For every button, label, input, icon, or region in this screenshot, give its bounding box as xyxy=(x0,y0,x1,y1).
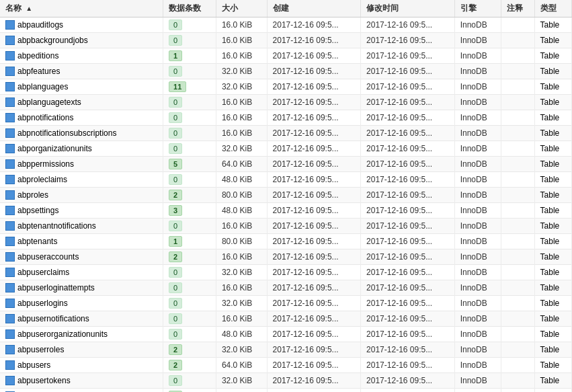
cell-rows: 0 xyxy=(163,327,216,342)
table-name: abpbackgroundjobs xyxy=(17,36,88,45)
table-row[interactable]: abpuserroles232.0 KiB2017-12-16 09:5...2… xyxy=(0,342,572,358)
table-row[interactable]: abporganizationunits032.0 KiB2017-12-16 … xyxy=(0,141,572,157)
cell-name: abpnotificationsubscriptions xyxy=(0,126,163,141)
table-row[interactable]: abproles280.0 KiB2017-12-16 09:5...2017-… xyxy=(0,188,572,203)
table-icon xyxy=(5,252,15,262)
cell-name: abpusernotifications xyxy=(0,311,163,327)
table-icon xyxy=(5,206,15,215)
table-row[interactable]: abpbackgroundjobs016.0 KiB2017-12-16 09:… xyxy=(0,33,572,48)
table-row[interactable]: abpuserloginattempts016.0 KiB2017-12-16 … xyxy=(0,280,572,296)
cell-name: abpbackgroundjobs xyxy=(0,33,163,48)
col-rows[interactable]: 数据条数 xyxy=(163,0,216,17)
table-row[interactable]: abpnotifications016.0 KiB2017-12-16 09:5… xyxy=(0,110,572,126)
table-row[interactable]: abpauditlogs016.0 KiB2017-12-16 09:5...2… xyxy=(0,17,572,33)
cell-rows: 2 xyxy=(163,249,216,265)
table-row[interactable]: abpuserorganizationunits048.0 KiB2017-12… xyxy=(0,327,572,342)
cell-modified: 2017-12-16 09:5... xyxy=(361,157,455,172)
cell-engine: InnoDB xyxy=(454,141,501,157)
cell-size: 16.0 KiB xyxy=(216,249,267,265)
table-row[interactable]: abpnotificationsubscriptions016.0 KiB201… xyxy=(0,126,572,141)
cell-comment xyxy=(501,311,534,327)
table-icon xyxy=(5,299,15,308)
table-row[interactable]: abptenants180.0 KiB2017-12-16 09:5...201… xyxy=(0,234,572,249)
col-engine[interactable]: 引擎 xyxy=(454,0,501,17)
cell-modified: 2017-12-16 09:5... xyxy=(361,342,455,358)
table-icon xyxy=(5,376,15,385)
cell-size: 80.0 KiB xyxy=(216,234,267,249)
table-name: abporganizationunits xyxy=(17,144,92,153)
cell-size: 64.0 KiB xyxy=(216,157,267,172)
table-row[interactable]: abpuseraccounts216.0 KiB2017-12-16 09:5.… xyxy=(0,249,572,265)
row-count-badge: 2 xyxy=(169,360,182,370)
cell-comment xyxy=(501,157,534,172)
cell-size: 32.0 KiB xyxy=(216,342,267,358)
col-size[interactable]: 大小 xyxy=(216,0,267,17)
cell-engine: InnoDB xyxy=(454,342,501,358)
cell-type: Table xyxy=(534,265,571,280)
table-row[interactable]: abpsettings348.0 KiB2017-12-16 09:5...20… xyxy=(0,203,572,219)
cell-engine: InnoDB xyxy=(454,234,501,249)
table-icon xyxy=(5,268,15,277)
cell-size: 16.0 KiB xyxy=(216,17,267,33)
col-created[interactable]: 创建 xyxy=(267,0,361,17)
row-count-badge: 0 xyxy=(169,174,182,185)
table-row[interactable]: abplanguagetexts016.0 KiB2017-12-16 09:5… xyxy=(0,95,572,110)
cell-size: 32.0 KiB xyxy=(216,265,267,280)
table-row[interactable]: abpeditions116.0 KiB2017-12-16 09:5...20… xyxy=(0,48,572,64)
cell-type: Table xyxy=(534,219,571,234)
cell-type: Table xyxy=(534,110,571,126)
row-count-badge: 2 xyxy=(169,344,182,355)
cell-created: 2017-12-16 09:5... xyxy=(267,265,361,280)
cell-created: 2017-12-16 09:5... xyxy=(267,389,361,393)
cell-created: 2017-12-16 09:5... xyxy=(267,234,361,249)
cell-name: abpsettings xyxy=(0,203,163,219)
col-modified[interactable]: 修改时间 xyxy=(361,0,455,17)
table-row[interactable]: abppermissions564.0 KiB2017-12-16 09:5..… xyxy=(0,157,572,172)
cell-created: 2017-12-16 09:5... xyxy=(267,280,361,296)
cell-size: 48.0 KiB xyxy=(216,203,267,219)
cell-engine: InnoDB xyxy=(454,188,501,203)
col-type[interactable]: 类型 xyxy=(534,0,571,17)
table-row[interactable]: abpusertokens032.0 KiB2017-12-16 09:5...… xyxy=(0,373,572,389)
cell-type: Table xyxy=(534,296,571,311)
table-row[interactable]: abplanguages1132.0 KiB2017-12-16 09:5...… xyxy=(0,79,572,95)
cell-engine: InnoDB xyxy=(454,157,501,172)
cell-engine: InnoDB xyxy=(454,95,501,110)
col-name[interactable]: 名称 ▲ xyxy=(0,0,163,17)
table-row[interactable]: abpusernotifications016.0 KiB2017-12-16 … xyxy=(0,311,572,327)
cell-created: 2017-12-16 09:5... xyxy=(267,33,361,48)
cell-comment xyxy=(501,141,534,157)
cell-modified: 2017-12-16 09:5... xyxy=(361,172,455,188)
cell-name: abpuserloginattempts xyxy=(0,280,163,296)
table-icon xyxy=(5,20,15,30)
table-icon xyxy=(5,345,15,354)
table-row[interactable]: abpuserclaims032.0 KiB2017-12-16 09:5...… xyxy=(0,265,572,280)
table-name: abpsettings xyxy=(17,206,58,215)
cell-comment xyxy=(501,373,534,389)
table-row[interactable]: abproleclaims048.0 KiB2017-12-16 09:5...… xyxy=(0,172,572,188)
row-count-badge: 0 xyxy=(169,329,182,340)
table-row[interactable]: abpfeatures032.0 KiB2017-12-16 09:5...20… xyxy=(0,64,572,79)
col-comment[interactable]: 注释 xyxy=(501,0,534,17)
cell-type: Table xyxy=(534,64,571,79)
cell-created: 2017-12-16 09:5... xyxy=(267,64,361,79)
main-table-container[interactable]: 名称 ▲ 数据条数 大小 创建 修改时间 引擎 注释 类型 abpauditlo… xyxy=(0,0,572,392)
cell-type: Table xyxy=(534,126,571,141)
table-icon xyxy=(5,36,15,45)
cell-modified: 2017-12-16 09:5... xyxy=(361,219,455,234)
cell-created: 2017-12-16 09:5... xyxy=(267,373,361,389)
cell-engine: InnoDB xyxy=(454,311,501,327)
table-row[interactable]: __efmigrationshistory516.0 KiB2017-12-16… xyxy=(0,389,572,393)
cell-name: abpauditlogs xyxy=(0,17,163,33)
cell-name: abpfeatures xyxy=(0,64,163,79)
cell-size: 16.0 KiB xyxy=(216,280,267,296)
cell-created: 2017-12-16 09:5... xyxy=(267,296,361,311)
cell-name: abptenants xyxy=(0,234,163,249)
table-row[interactable]: abpuserlogins032.0 KiB2017-12-16 09:5...… xyxy=(0,296,572,311)
table-row[interactable]: abptenantnotifications016.0 KiB2017-12-1… xyxy=(0,219,572,234)
cell-engine: InnoDB xyxy=(454,172,501,188)
table-name: abpuserloginattempts xyxy=(17,283,95,292)
table-row[interactable]: abpusers264.0 KiB2017-12-16 09:5...2017-… xyxy=(0,358,572,373)
cell-name: abpnotifications xyxy=(0,110,163,126)
cell-created: 2017-12-16 09:5... xyxy=(267,141,361,157)
